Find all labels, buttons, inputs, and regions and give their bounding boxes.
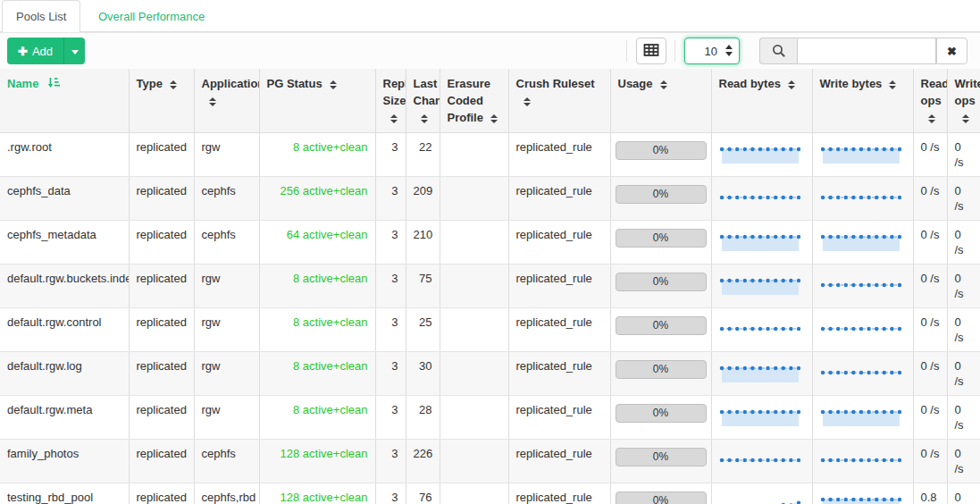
- column-header-usage[interactable]: Usage: [610, 69, 711, 133]
- cell-applications: cephfs: [194, 440, 259, 483]
- cell-type: replicated: [129, 396, 194, 440]
- cell-type: replicated: [129, 352, 194, 396]
- cell-last_change: 75: [406, 265, 440, 308]
- usage-progress-bar: 0%: [616, 141, 707, 160]
- search-input[interactable]: [797, 38, 936, 64]
- cell-usage: 0%: [610, 133, 711, 177]
- cell-write_ops: 0 /s: [947, 221, 980, 265]
- cell-crush_ruleset: replicated_rule: [508, 177, 610, 221]
- cell-read_ops: 0 /s: [913, 265, 947, 308]
- cell-read_ops: 0 /s: [913, 352, 947, 396]
- table-row[interactable]: default.rgw.metareplicatedrgw8 active+cl…: [0, 396, 980, 440]
- cell-pg_status: 256 active+clean: [259, 177, 375, 221]
- cell-read_ops: 0 /s: [913, 221, 947, 265]
- cell-replica_size: 3: [375, 352, 406, 396]
- toolbar-divider: [626, 40, 627, 62]
- clear-search-button[interactable]: ✖: [936, 38, 967, 64]
- cell-pg_status: 64 active+clean: [259, 221, 375, 265]
- number-spinner-icon[interactable]: [725, 45, 733, 56]
- sort-icon: [928, 114, 935, 123]
- cell-read_ops: 0 /s: [913, 396, 947, 440]
- cell-write_spark: [812, 133, 913, 177]
- sort-icon: [788, 80, 795, 89]
- column-label: Erasure Coded Profile: [448, 77, 490, 124]
- cell-erasure_coded_profile: [440, 483, 508, 504]
- column-header-replica_size[interactable]: Replica Size: [375, 69, 406, 133]
- column-header-name[interactable]: Name: [0, 69, 129, 133]
- table-row[interactable]: .rgw.rootreplicatedrgw8 active+clean322r…: [0, 133, 980, 177]
- cell-write_spark: [812, 265, 913, 308]
- column-header-write_ops[interactable]: Write ops: [947, 69, 980, 133]
- cell-read_ops: 0 /s: [913, 177, 947, 221]
- usage-progress-bar: 0%: [616, 448, 707, 466]
- write-bytes-sparkline: [820, 183, 902, 210]
- tab-overall-performance[interactable]: Overall Performance: [84, 0, 219, 33]
- table-row[interactable]: cephfs_metadatareplicatedcephfs64 active…: [0, 221, 980, 265]
- add-button[interactable]: ✚Add: [7, 38, 63, 64]
- column-label: Last Change: [414, 77, 440, 107]
- cell-read_ops: 0 /s: [913, 308, 947, 352]
- write-bytes-sparkline: [820, 402, 902, 429]
- write-bytes-sparkline: [820, 358, 902, 385]
- column-header-write_bytes[interactable]: Write bytes: [812, 69, 913, 133]
- cell-write_ops: 0 /s: [947, 396, 980, 440]
- cell-write_spark: [812, 352, 913, 396]
- table-row[interactable]: default.rgw.buckets.indexreplicatedrgw8 …: [0, 265, 980, 308]
- cell-name: cephfs_data: [0, 177, 129, 221]
- usage-progress-bar: 0%: [616, 404, 707, 423]
- cell-last_change: 28: [406, 396, 440, 440]
- sort-icon: [524, 97, 531, 106]
- read-bytes-sparkline: [719, 315, 801, 341]
- cell-write_ops: 0 /s: [947, 133, 980, 177]
- sort-icon: [170, 80, 177, 89]
- tab-pools-list[interactable]: Pools List: [2, 0, 80, 33]
- table-row[interactable]: default.rgw.logreplicatedrgw8 active+cle…: [0, 352, 980, 396]
- cell-read_spark: [711, 483, 812, 504]
- usage-progress-bar: 0%: [616, 185, 707, 204]
- column-header-type[interactable]: Type: [129, 69, 194, 133]
- column-label: Type: [137, 77, 163, 90]
- pools-page: Pools List Overall Performance ✚Add: [0, 0, 980, 504]
- cell-type: replicated: [129, 440, 194, 483]
- cell-usage: 0%: [610, 396, 711, 440]
- cell-replica_size: 3: [375, 308, 406, 352]
- table-row[interactable]: default.rgw.controlreplicatedrgw8 active…: [0, 308, 980, 352]
- column-header-applications[interactable]: Applications: [194, 69, 259, 133]
- read-bytes-sparkline: [719, 227, 801, 254]
- table-row[interactable]: testing_rbd_poolreplicatedcephfs,rbd128 …: [0, 483, 980, 504]
- cell-type: replicated: [129, 483, 194, 504]
- cell-pg_status: 8 active+clean: [259, 396, 375, 440]
- cell-pg_status: 128 active+clean: [259, 483, 375, 504]
- x-clear-icon: ✖: [947, 45, 957, 58]
- cell-replica_size: 3: [375, 133, 406, 177]
- cell-erasure_coded_profile: [440, 396, 508, 440]
- cell-crush_ruleset: replicated_rule: [508, 396, 610, 440]
- column-header-erasure_coded_profile[interactable]: Erasure Coded Profile: [440, 69, 508, 133]
- column-header-crush_ruleset[interactable]: Crush Ruleset: [508, 69, 610, 133]
- add-dropdown-toggle[interactable]: [63, 38, 85, 64]
- cell-crush_ruleset: replicated_rule: [508, 483, 610, 504]
- cell-read_spark: [711, 265, 812, 308]
- cell-applications: cephfs: [194, 177, 259, 221]
- cell-type: replicated: [129, 265, 194, 308]
- cell-usage: 0%: [610, 440, 711, 483]
- column-header-pg_status[interactable]: PG Status: [259, 69, 375, 133]
- table-row[interactable]: cephfs_datareplicatedcephfs256 active+cl…: [0, 177, 980, 221]
- write-bytes-sparkline: [820, 446, 902, 473]
- cell-erasure_coded_profile: [440, 133, 508, 177]
- cell-pg_status: 8 active+clean: [259, 133, 375, 177]
- column-visibility-button[interactable]: [636, 38, 666, 64]
- cell-pg_status: 128 active+clean: [259, 440, 375, 483]
- cell-type: replicated: [129, 308, 194, 352]
- cell-read_spark: [711, 396, 812, 440]
- column-header-last_change[interactable]: Last Change: [406, 69, 440, 133]
- read-bytes-sparkline: [719, 183, 801, 210]
- page-size-control: [684, 38, 740, 64]
- table-row[interactable]: family_photosreplicatedcephfs128 active+…: [0, 440, 980, 483]
- column-header-read_ops[interactable]: Read ops: [913, 69, 947, 133]
- column-header-read_bytes[interactable]: Read bytes: [711, 69, 812, 133]
- sort-icon: [421, 114, 428, 123]
- cell-applications: rgw: [194, 308, 259, 352]
- cell-replica_size: 3: [375, 265, 406, 308]
- cell-last_change: 210: [406, 221, 440, 265]
